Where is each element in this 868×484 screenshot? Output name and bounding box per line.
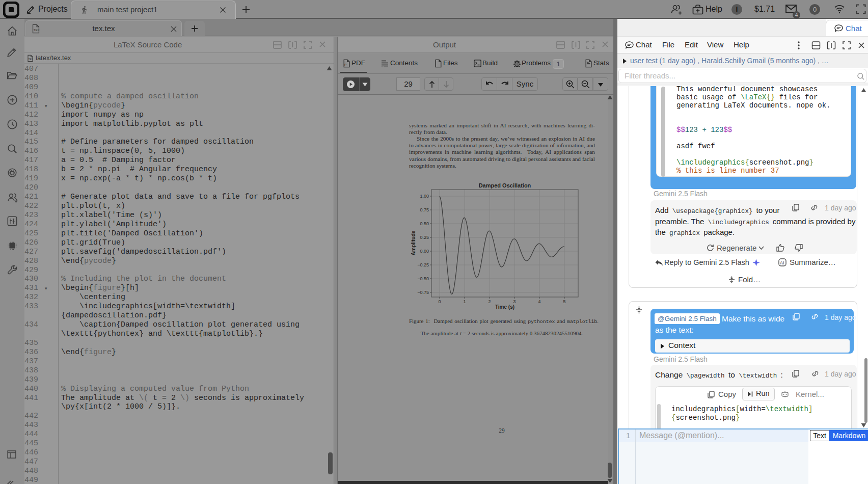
svg-text:5: 5	[563, 299, 565, 304]
svg-text:4: 4	[538, 299, 540, 304]
svg-text:0.25: 0.25	[420, 235, 429, 240]
svg-text:−0.25: −0.25	[417, 262, 429, 267]
svg-text:P: P	[344, 63, 346, 66]
svg-text:3: 3	[513, 299, 516, 304]
svg-text:Time (s): Time (s)	[495, 304, 514, 310]
svg-text:−0.75: −0.75	[417, 290, 429, 295]
svg-text:0.75: 0.75	[420, 207, 429, 212]
svg-text:2: 2	[488, 299, 491, 304]
svg-text:Damped Oscillation: Damped Oscillation	[479, 182, 531, 189]
svg-text:1.00: 1.00	[420, 194, 429, 199]
svg-text:Amplitude: Amplitude	[411, 230, 416, 255]
svg-text:0.00: 0.00	[420, 249, 429, 254]
svg-text:1: 1	[463, 299, 466, 304]
svg-text:AI: AI	[780, 260, 784, 265]
svg-text:−0.50: −0.50	[417, 276, 429, 281]
svg-text:TEX: TEX	[29, 58, 34, 61]
svg-text:0: 0	[438, 299, 441, 304]
svg-text:0.50: 0.50	[420, 221, 429, 226]
